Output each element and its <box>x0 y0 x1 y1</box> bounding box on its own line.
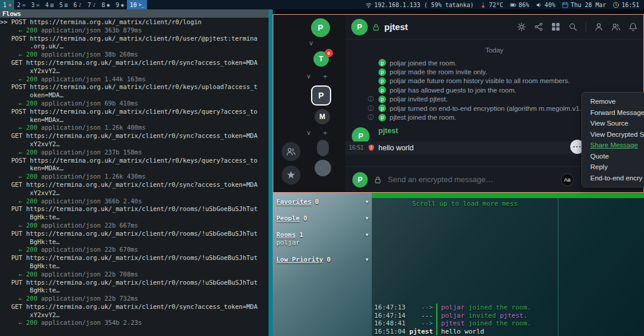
flow-entry[interactable]: GET https://termina.org.uk/_matrix/clien… <box>0 303 269 327</box>
flow-response-line: ← 200 application/json 1.44k 163ms <box>0 75 269 84</box>
sidebar-section-favorites[interactable]: Favorites 0 ▼ <box>276 197 368 206</box>
add-room-button[interactable]: + <box>323 72 328 81</box>
flow-entry[interactable]: PUT https://termina.org.uk/_matrix/clien… <box>0 279 269 303</box>
web-icon: ◉ <box>121 2 124 8</box>
event-text: poljar made the room invite only. <box>390 68 487 75</box>
flow-request-line: POST https://termina.org.uk/_matrix/clie… <box>0 157 269 165</box>
flow-entry[interactable]: GET https://termina.org.uk/_matrix/clien… <box>0 59 269 83</box>
terminal-icon: >_ <box>139 2 145 8</box>
flow-entry[interactable]: GET https://termina.org.uk/_matrix/clien… <box>0 181 269 205</box>
music-icon: ♪ <box>93 2 96 8</box>
collapse-arrow-icon: ▼ <box>365 199 368 205</box>
communities-button[interactable] <box>282 166 300 185</box>
workspace-button[interactable]: 10 >_ <box>127 0 148 9</box>
info-icon: ⓘ <box>368 104 374 113</box>
context-menu-item[interactable]: View Decrypted S <box>582 129 644 140</box>
context-menu-item[interactable]: Forward Message <box>582 107 644 118</box>
context-menu-item[interactable]: View Source <box>582 118 644 129</box>
context-menu-item[interactable]: Share Message <box>582 140 644 151</box>
status-bar: 1 ● 2 ✉ 3 ✉ 4 ▤ 5 <box>0 0 644 9</box>
timeline-event: ⓘ p poljar joined the room. <box>345 58 643 67</box>
flow-url-continuation: ken=MDAx… <box>0 164 269 173</box>
flow-entry[interactable]: GET https://termina.org.uk/_matrix/clien… <box>0 132 269 156</box>
context-menu-item[interactable]: Quote <box>582 151 644 162</box>
user-avatar[interactable]: P <box>311 18 330 37</box>
room-avatar-m[interactable]: M <box>315 109 330 124</box>
workspace-button[interactable]: 7 ♪ <box>84 0 99 9</box>
flow-url-continuation: BgHk:te… <box>0 213 269 222</box>
flow-entry[interactable]: POST https://termina.org.uk/_matrix/clie… <box>0 83 269 107</box>
workspace-button[interactable]: 6 ♪ <box>70 0 84 9</box>
flow-entry[interactable]: PUT https://termina.org.uk/_matrix/clien… <box>0 254 269 278</box>
message-body: hello world <box>436 328 484 336</box>
mail-icon: ✉ <box>22 2 25 8</box>
sidebar-section-low-priority[interactable]: Low Priority 0 ▼ <box>276 255 368 263</box>
partial-avatar[interactable] <box>315 160 331 176</box>
flow-entry[interactable]: PUT https://termina.org.uk/_matrix/clien… <box>0 205 269 229</box>
flow-url-continuation: xY2xvY2… <box>0 311 269 319</box>
share-icon[interactable] <box>534 22 543 31</box>
flow-response-line: ← 200 application/json 22b 667ms <box>0 222 269 230</box>
room-list-item[interactable]: poljar <box>276 239 368 247</box>
flow-entry[interactable]: POST https://termina.org.uk/_matrix/clie… <box>0 35 269 59</box>
flow-entry[interactable]: POST https://termina.org.uk/_matrix/clie… <box>0 157 269 181</box>
workspace-button[interactable]: 5 ▤ <box>56 0 70 9</box>
message-prefix: --> <box>406 319 433 328</box>
members-icon[interactable] <box>612 22 620 31</box>
message-time: 16:47:14 <box>374 312 406 320</box>
collapse-arrow-icon: ▼ <box>365 232 368 238</box>
composer-lock-icon <box>374 176 382 184</box>
people-button[interactable] <box>282 142 300 161</box>
battery-status: 86% <box>510 2 529 8</box>
workspace-button[interactable]: 1 ● <box>0 0 14 9</box>
event-avatar[interactable]: p <box>378 104 386 112</box>
flow-entry[interactable]: >> POST https://termina.org.uk/_matrix/c… <box>0 18 269 35</box>
flow-entry[interactable]: POST https://termina.org.uk/_matrix/clie… <box>0 108 269 132</box>
context-menu-item[interactable]: Reply <box>582 162 644 173</box>
flow-entry[interactable]: PUT https://termina.org.uk/_matrix/clien… <box>0 230 269 254</box>
search-icon[interactable] <box>568 22 577 31</box>
workspace-button[interactable]: 2 ✉ <box>14 0 28 9</box>
clock-icon <box>613 2 619 8</box>
flow-request-line: PUT https://termina.org.uk/_matrix/clien… <box>0 230 269 238</box>
context-menu-item[interactable]: End-to-end encry <box>582 173 644 184</box>
settings-gear-icon[interactable] <box>517 22 526 31</box>
partial-avatar[interactable] <box>317 140 329 156</box>
chevron-down-icon[interactable]: ∨ <box>309 39 313 47</box>
timeline-event: ⓘ p poljar made the room invite only. <box>345 67 643 76</box>
nicklist-separator <box>558 198 558 336</box>
add-room-button[interactable]: + <box>323 129 328 137</box>
event-avatar[interactable]: p <box>378 59 386 67</box>
flow-url-continuation: BgHk:te… <box>0 262 269 271</box>
web-icon: ◉ <box>107 2 110 8</box>
room-avatar-t[interactable]: T 0 <box>313 51 329 67</box>
room-avatar-selected[interactable]: P <box>311 85 331 106</box>
invite-person-icon[interactable] <box>594 22 603 31</box>
context-menu-item[interactable]: Remove <box>582 96 644 107</box>
chevron-down-icon[interactable]: ∨ <box>306 129 311 137</box>
notification-badge: 0 <box>325 49 333 57</box>
event-avatar[interactable]: p <box>378 95 386 103</box>
unverified-shield-icon <box>368 144 375 151</box>
formatting-button[interactable]: Aa <box>561 173 574 186</box>
temperature-label: 72°C <box>489 2 503 8</box>
date-label: Thu 28 Mar <box>571 2 606 8</box>
window-divider[interactable] <box>269 9 273 336</box>
event-avatar[interactable]: p <box>378 86 386 94</box>
room-avatar[interactable]: P <box>351 19 368 35</box>
sidebar-section-rooms[interactable]: Rooms 1 ▼ <box>276 230 368 239</box>
apps-grid-icon[interactable] <box>551 22 560 31</box>
event-avatar[interactable]: p <box>378 114 386 121</box>
event-avatar[interactable]: p <box>378 77 386 85</box>
flow-url-continuation: oken=MDA… <box>0 91 269 100</box>
workspace-button[interactable]: 4 ▤ <box>43 0 57 9</box>
workspace-button[interactable]: 8 ◉ <box>99 0 113 9</box>
workspace-button[interactable]: 9 ◉ <box>113 0 127 9</box>
notifications-bell-icon[interactable] <box>629 22 638 31</box>
workspace-button[interactable]: 3 ✉ <box>28 0 43 9</box>
chevron-down-icon[interactable]: ∨ <box>306 73 311 80</box>
timeline-event: ⓘ p poljar made future room history visi… <box>345 77 643 85</box>
event-avatar[interactable]: p <box>378 68 386 76</box>
load-more-label[interactable]: Scroll up to load more mess <box>372 200 558 207</box>
sidebar-section-people[interactable]: People 0 ▼ <box>276 214 368 222</box>
